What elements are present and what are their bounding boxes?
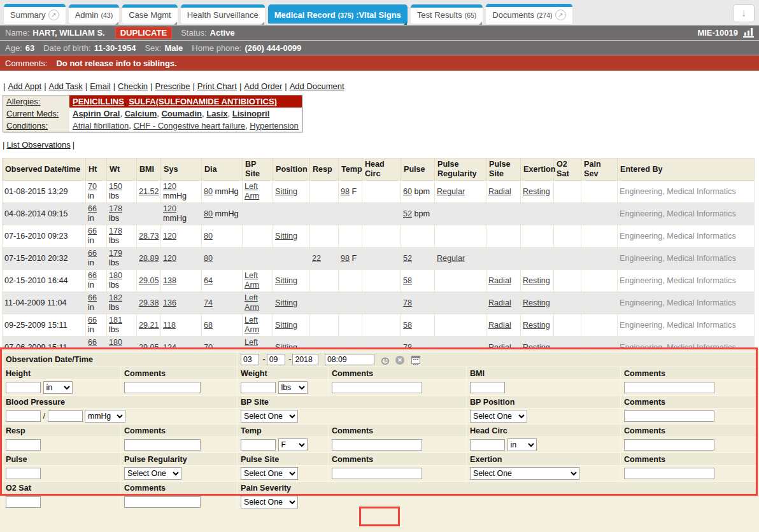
ht-link[interactable]: 66: [88, 204, 97, 213]
weight-comments-input[interactable]: [332, 382, 422, 393]
quick-link-checkin[interactable]: Checkin: [118, 81, 148, 91]
wt-link[interactable]: 150: [109, 182, 122, 191]
sys-link[interactable]: 138: [163, 276, 176, 285]
sys-link[interactable]: 120: [163, 254, 176, 263]
pulse_site-link[interactable]: Radial: [488, 276, 511, 285]
dia-link[interactable]: 80: [204, 187, 213, 196]
bp_site-link[interactable]: Left Arm: [245, 182, 259, 200]
position-link[interactable]: Sitting: [275, 321, 297, 330]
condition-link-hypertension[interactable]: Hypertension: [250, 121, 299, 130]
wt-link[interactable]: 178: [109, 204, 122, 213]
bmi-link[interactable]: 29.05: [139, 276, 159, 285]
weight-unit-select[interactable]: lbs: [278, 381, 308, 394]
wt-link[interactable]: 181: [109, 316, 122, 325]
bp-comments-input[interactable]: [624, 410, 714, 422]
med-link-aspirin-oral[interactable]: Aspirin Oral: [73, 109, 120, 118]
pulse-link[interactable]: 52: [403, 254, 412, 263]
exertion-link[interactable]: Resting: [523, 321, 550, 330]
conditions-label-link[interactable]: Conditions:: [6, 121, 48, 130]
pulse-link[interactable]: 52: [403, 209, 412, 218]
wt-link[interactable]: 180: [109, 271, 122, 280]
pulse_site-link[interactable]: Radial: [488, 187, 511, 196]
ht-link[interactable]: 66: [88, 227, 97, 235]
position-link[interactable]: Sitting: [275, 232, 297, 241]
pulldown-button[interactable]: ↓: [733, 4, 755, 22]
dia-link[interactable]: 80: [204, 254, 213, 263]
wt-link[interactable]: 180: [109, 338, 122, 347]
med-link-lasix[interactable]: Lasix: [206, 109, 227, 118]
med-link-coumadin[interactable]: Coumadin: [161, 109, 202, 118]
exertion-comments-input[interactable]: [624, 468, 714, 479]
open-new-window-icon[interactable]: ↗: [48, 10, 59, 20]
pulse-regularity-select[interactable]: Select One: [124, 467, 181, 480]
condition-link-chf-congestive-heart-failure[interactable]: CHF - Congestive heart failure: [133, 121, 245, 130]
duplicate-badge[interactable]: DUPLICATE: [115, 27, 172, 39]
pulse-site-select[interactable]: Select One: [241, 467, 298, 480]
pulse-comments-input[interactable]: [332, 468, 422, 479]
bmi-link[interactable]: 28.73: [139, 232, 159, 241]
o2-comments-input[interactable]: [124, 496, 201, 508]
quick-link-add-appt[interactable]: Add Appt: [8, 81, 41, 91]
flowsheet-chart-icon[interactable]: [743, 28, 754, 38]
sys-link[interactable]: 120: [163, 182, 176, 191]
o2-sat-input[interactable]: [6, 496, 41, 508]
ht-link[interactable]: 66: [88, 338, 97, 347]
height-input[interactable]: [6, 382, 41, 393]
pulse-link[interactable]: 58: [403, 276, 412, 285]
clear-date-icon[interactable]: ✕: [395, 356, 404, 365]
bmi-link[interactable]: 29.38: [139, 298, 159, 307]
head-circ-comments-input[interactable]: [624, 439, 714, 451]
med-link-lisinopril[interactable]: Lisinopril: [232, 109, 270, 118]
pulse_reg-link[interactable]: Regular: [437, 187, 465, 196]
temp-unit-select[interactable]: F: [278, 438, 308, 451]
allergies-label-link[interactable]: Allergies:: [6, 97, 40, 106]
pulse_site-link[interactable]: Radial: [488, 298, 511, 307]
bp_site-link[interactable]: Left Arm: [245, 293, 259, 312]
ht-link[interactable]: 66: [88, 293, 97, 302]
quick-link-email[interactable]: Email: [90, 81, 111, 91]
ht-link[interactable]: 66: [88, 249, 97, 258]
bp-site-select[interactable]: Select One: [241, 410, 298, 423]
bmi-link[interactable]: 29.21: [139, 321, 159, 330]
dia-link[interactable]: 74: [204, 298, 213, 307]
bp_site-link[interactable]: Left Arm: [245, 316, 259, 334]
resp-comments-input[interactable]: [124, 439, 201, 451]
pulse_site-link[interactable]: Radial: [488, 321, 511, 330]
wt-link[interactable]: 178: [109, 227, 122, 235]
allergy-link-penicillins[interactable]: PENICILLINS: [73, 97, 124, 106]
exertion-link[interactable]: Resting: [523, 276, 550, 285]
pulse-link[interactable]: 78: [403, 298, 412, 307]
date-year-input[interactable]: [292, 354, 318, 365]
date-day-input[interactable]: [267, 354, 285, 365]
tab-documents[interactable]: Documents(274)↗: [486, 4, 572, 24]
weight-input[interactable]: [241, 382, 276, 393]
position-link[interactable]: Sitting: [275, 276, 297, 285]
tab-medical-record[interactable]: Medical Record(375):Vital Signs: [268, 4, 408, 24]
bp-systolic-input[interactable]: [6, 410, 41, 422]
quick-link-add-order[interactable]: Add Order: [244, 81, 282, 91]
head-circ-unit-select[interactable]: in: [507, 438, 537, 451]
resp-input[interactable]: [6, 439, 41, 451]
pain-severity-select[interactable]: Select One: [241, 496, 298, 508]
ht-link[interactable]: 66: [88, 271, 97, 280]
list-observations-link[interactable]: List Observations: [6, 140, 70, 150]
bp-position-select[interactable]: Select One: [470, 410, 527, 423]
quick-link-add-task[interactable]: Add Task: [49, 81, 83, 91]
bmi-link[interactable]: 28.89: [139, 254, 159, 263]
tab-health-surveillance[interactable]: Health Surveillance: [181, 4, 265, 24]
exertion-link[interactable]: Resting: [523, 298, 550, 307]
quick-link-add-document[interactable]: Add Document: [290, 81, 344, 91]
pulse-link[interactable]: 60: [403, 187, 412, 196]
allergy-link-sulfa-sulfonamide-antibiotics[interactable]: SULFA(SULFONAMIDE ANTIBIOTICS): [129, 97, 277, 106]
temp-link[interactable]: 98: [341, 254, 350, 263]
position-link[interactable]: Sitting: [275, 187, 297, 196]
bp_site-link[interactable]: Left Arm: [245, 271, 259, 290]
dia-link[interactable]: 64: [204, 276, 213, 285]
med-link-calcium[interactable]: Calcium: [125, 109, 157, 118]
pulse_reg-link[interactable]: Regular: [437, 254, 465, 263]
wt-link[interactable]: 179: [109, 249, 122, 258]
temp-comments-input[interactable]: [332, 439, 422, 451]
head-circ-input[interactable]: [470, 439, 505, 451]
tab-summary[interactable]: Summary↗: [4, 4, 66, 24]
quick-link-print-chart[interactable]: Print Chart: [197, 81, 237, 91]
